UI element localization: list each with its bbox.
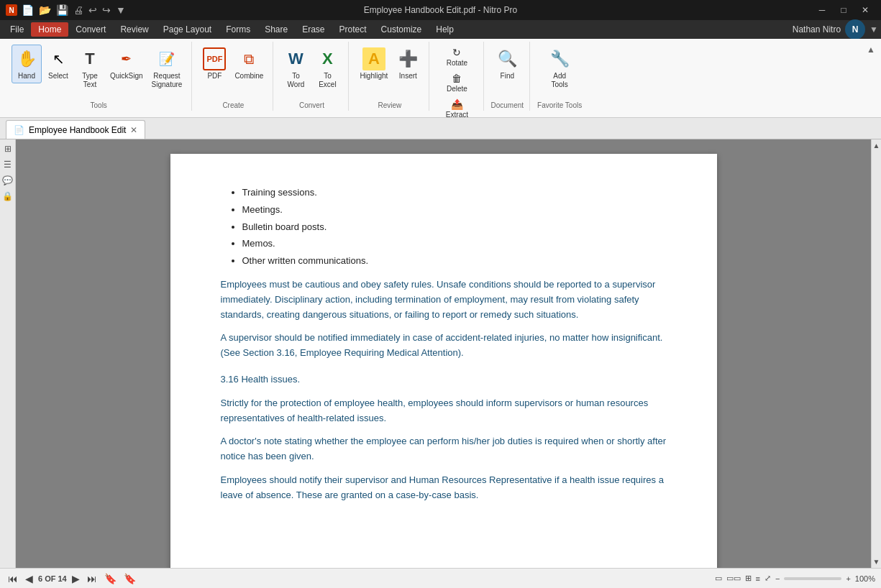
zoom-in-button[interactable]: + — [846, 574, 850, 583]
paragraph-4: A doctor's note stating whether the empl… — [221, 434, 667, 464]
extract-button[interactable]: 📤 Extract — [443, 96, 471, 121]
bookmarks-tool[interactable]: ☰ — [1, 158, 14, 171]
hand-label: Hand — [18, 72, 35, 81]
paragraph-5: Employees should notify their supervisor… — [221, 473, 667, 503]
new-file-icon[interactable]: 📄 — [20, 3, 35, 17]
insert-icon: ➕ — [396, 47, 419, 70]
to-word-button[interactable]: W ToWord — [280, 45, 311, 92]
to-word-label: ToWord — [288, 72, 305, 89]
save-icon[interactable]: 💾 — [55, 3, 70, 17]
find-label: Find — [501, 72, 514, 81]
undo-icon[interactable]: ↩ — [87, 3, 99, 17]
paragraph-1: Employees must be cautious and obey safe… — [221, 277, 667, 322]
tab-icon: 📄 — [14, 125, 24, 135]
pdf-label: PDF — [207, 72, 222, 81]
bullet-item-4: Memos. — [242, 236, 667, 252]
to-excel-button[interactable]: X ToExcel — [312, 45, 342, 92]
last-page-button[interactable]: ⏭ — [85, 572, 99, 585]
status-bar: ⏮ ◀ 6 OF 14 ▶ ⏭ 🔖 🔖 ▭ ▭▭ ⊞ ≡ ⤢ − + 100% — [0, 568, 881, 588]
highlight-button[interactable]: A Highlight — [356, 45, 391, 83]
next-page-button[interactable]: ▶ — [70, 572, 82, 585]
quicksign-button[interactable]: ✒ QuickSign — [106, 45, 147, 83]
user-dropdown-icon[interactable]: ▼ — [869, 24, 878, 35]
app-icon: N — [6, 4, 17, 16]
tab-close-button[interactable]: ✕ — [130, 125, 137, 135]
favorite-tools-buttons: 🔧 AddTools — [544, 42, 575, 101]
window-title: Employee Handbook Edit.pdf - Nitro Pro — [364, 5, 517, 15]
close-button[interactable]: ✕ — [855, 3, 875, 17]
bookmark-next-button[interactable]: 🔖 — [122, 572, 138, 585]
user-avatar[interactable]: N — [845, 19, 865, 40]
menu-convert[interactable]: Convert — [68, 22, 113, 37]
section-heading: 3.16 Health issues. — [221, 372, 667, 387]
thumbnails-tool[interactable]: ⊞ — [1, 142, 14, 155]
request-signature-button[interactable]: 📝 RequestSignature — [148, 45, 186, 92]
view-fit-icon[interactable]: ⤢ — [764, 574, 771, 583]
scroll-up-arrow[interactable]: ▲ — [871, 139, 881, 152]
print-icon[interactable]: 🖨 — [72, 3, 85, 17]
redo-icon[interactable]: ↪ — [101, 3, 112, 17]
main-area: ⊞ ☰ 💬 🔒 Training sessions. Meetings. Bul… — [0, 139, 881, 568]
title-bar: N 📄 📂 💾 🖨 ↩ ↪ ▼ Employee Handbook Edit.p… — [0, 0, 881, 20]
maximize-button[interactable]: □ — [834, 3, 854, 17]
zoom-out-button[interactable]: − — [775, 574, 780, 583]
delete-button[interactable]: 🗑 Delete — [443, 70, 471, 95]
document-tab[interactable]: 📄 Employee Handbook Edit ✕ — [6, 120, 145, 139]
document-scroll[interactable]: Training sessions. Meetings. Bulletin bo… — [16, 139, 871, 568]
add-tools-button[interactable]: 🔧 AddTools — [544, 45, 575, 92]
menu-home[interactable]: Home — [31, 22, 68, 37]
document-buttons: 🔍 Find — [492, 42, 522, 101]
bookmark-prev-button[interactable]: 🔖 — [102, 572, 119, 585]
menu-file[interactable]: File — [3, 22, 31, 37]
avatar-initial: N — [852, 24, 859, 35]
menu-review[interactable]: Review — [113, 22, 155, 37]
menu-customize[interactable]: Customize — [374, 22, 429, 37]
find-icon: 🔍 — [496, 47, 519, 70]
pdf-button[interactable]: PDF PDF — [199, 45, 229, 83]
first-page-button[interactable]: ⏮ — [6, 572, 20, 585]
menu-erase[interactable]: Erase — [295, 22, 332, 37]
menu-protect[interactable]: Protect — [332, 22, 374, 37]
ribbon-group-create: PDF PDF ⧉ Combine Create — [193, 42, 273, 111]
favorite-tools-group-label: Favorite Tools — [537, 101, 582, 111]
menu-forms[interactable]: Forms — [219, 22, 257, 37]
ribbon-collapse[interactable]: ▲ — [867, 42, 875, 55]
hand-tool-button[interactable]: ✋ Hand — [12, 45, 42, 83]
add-tools-label: AddTools — [551, 72, 567, 89]
hand-icon: ✋ — [15, 47, 38, 70]
window-controls: ─ □ ✕ — [812, 3, 875, 17]
insert-button[interactable]: ➕ Insert — [393, 45, 423, 83]
page-indicator: 6 OF 14 — [38, 574, 67, 583]
signatures-tool[interactable]: 🔒 — [1, 190, 14, 203]
bullet-item-1: Training sessions. — [242, 185, 667, 201]
menu-page-layout[interactable]: Page Layout — [156, 22, 219, 37]
view-scroll-icon[interactable]: ≡ — [756, 574, 760, 583]
combine-button[interactable]: ⧉ Combine — [231, 45, 267, 83]
open-icon[interactable]: 📂 — [37, 3, 53, 17]
quicksign-icon: ✒ — [115, 47, 138, 70]
tools-group-label: Tools — [91, 101, 107, 111]
right-scrollbar[interactable]: ▲ ▼ — [871, 139, 881, 568]
zoom-slider[interactable] — [784, 577, 841, 580]
rotate-button[interactable]: ↻ Rotate — [443, 45, 471, 69]
view-grid-icon[interactable]: ⊞ — [745, 574, 752, 583]
customize-icon[interactable]: ▼ — [114, 3, 127, 17]
find-button[interactable]: 🔍 Find — [492, 45, 522, 83]
highlight-icon: A — [362, 47, 385, 70]
select-tool-button[interactable]: ↖ Select — [43, 45, 73, 83]
scroll-down-arrow[interactable]: ▼ — [871, 556, 881, 568]
combine-icon: ⧉ — [237, 47, 260, 70]
create-buttons: PDF PDF ⧉ Combine — [199, 42, 267, 101]
prev-page-button[interactable]: ◀ — [23, 572, 35, 585]
type-text-button[interactable]: T TypeText — [75, 45, 105, 92]
add-tools-icon: 🔧 — [548, 47, 571, 70]
ribbon-group-page-layout: ↻ Rotate 🗑 Delete 📤 Extract Page Layout — [431, 42, 483, 111]
minimize-button[interactable]: ─ — [812, 3, 832, 17]
annotations-tool[interactable]: 💬 — [1, 174, 14, 187]
menu-share[interactable]: Share — [257, 22, 295, 37]
create-group-label: Create — [222, 101, 244, 111]
to-excel-label: ToExcel — [319, 72, 336, 89]
menu-help[interactable]: Help — [429, 22, 461, 37]
view-facing-icon[interactable]: ▭▭ — [726, 574, 741, 583]
view-single-icon[interactable]: ▭ — [715, 574, 722, 583]
